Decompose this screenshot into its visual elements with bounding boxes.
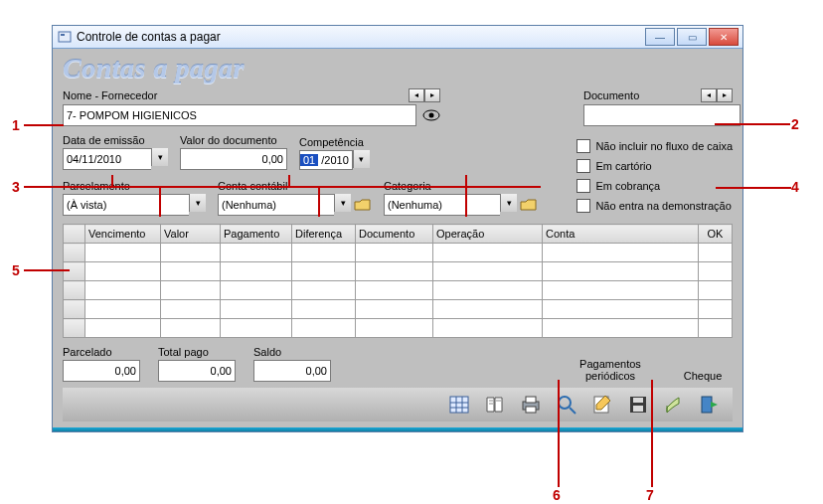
- cell[interactable]: [85, 281, 161, 300]
- prev-documento-button[interactable]: ◂: [701, 88, 717, 102]
- cell[interactable]: [85, 300, 161, 319]
- table-row[interactable]: [64, 281, 733, 300]
- conta-contabil-dropdown[interactable]: ▾: [334, 194, 351, 212]
- competencia-input[interactable]: 01 /2010: [299, 150, 353, 170]
- next-fornecedor-button[interactable]: ▸: [424, 88, 440, 102]
- conta-contabil-select[interactable]: [218, 194, 334, 216]
- cell[interactable]: [292, 319, 356, 338]
- toolbar-printer-icon[interactable]: [516, 391, 546, 419]
- annotation-1-line: [24, 124, 64, 126]
- cell[interactable]: [356, 244, 433, 262]
- cell[interactable]: [356, 319, 433, 338]
- cell-ok[interactable]: [699, 300, 733, 319]
- col-rownum[interactable]: [64, 225, 85, 244]
- categoria-dropdown[interactable]: ▾: [500, 194, 517, 212]
- cell[interactable]: [292, 244, 356, 262]
- valor-documento-input[interactable]: [180, 148, 287, 170]
- col-operacao[interactable]: Operação: [433, 225, 543, 244]
- parcelas-table[interactable]: Vencimento Valor Pagamento Diferença Doc…: [63, 224, 733, 338]
- col-valor[interactable]: Valor: [161, 225, 221, 244]
- categoria-folder-icon[interactable]: [520, 197, 538, 213]
- cell-ok[interactable]: [699, 281, 733, 300]
- title-bar[interactable]: Controle de contas a pagar — ▭ ✕: [53, 26, 742, 49]
- eye-icon[interactable]: [422, 108, 440, 122]
- minimize-button[interactable]: —: [645, 28, 675, 46]
- cell[interactable]: [221, 281, 292, 300]
- cell[interactable]: [161, 300, 221, 319]
- fornecedor-input[interactable]: [63, 104, 416, 126]
- toolbar-book-icon[interactable]: [480, 391, 510, 419]
- cell[interactable]: [543, 300, 699, 319]
- cell[interactable]: [161, 281, 221, 300]
- cell-ok[interactable]: [699, 262, 733, 281]
- cell[interactable]: [85, 244, 161, 262]
- next-documento-button[interactable]: ▸: [717, 88, 733, 102]
- toolbar-cheque-icon[interactable]: [659, 391, 689, 419]
- cell[interactable]: [356, 281, 433, 300]
- col-ok[interactable]: OK: [699, 225, 733, 244]
- toolbar-edit-icon[interactable]: [587, 391, 617, 419]
- toolbar-save-icon[interactable]: [623, 391, 653, 419]
- check-em-cobranca[interactable]: [576, 179, 590, 193]
- cell-ok[interactable]: [699, 319, 733, 338]
- row-handle[interactable]: [64, 281, 85, 300]
- maximize-button[interactable]: ▭: [677, 28, 707, 46]
- prev-fornecedor-button[interactable]: ◂: [409, 88, 424, 102]
- check-em-cartorio[interactable]: [576, 159, 590, 173]
- cell[interactable]: [85, 262, 161, 281]
- cell[interactable]: [543, 319, 699, 338]
- cell[interactable]: [85, 319, 161, 338]
- col-diferenca[interactable]: Diferença: [292, 225, 356, 244]
- conta-contabil-folder-icon[interactable]: [354, 197, 372, 213]
- cell[interactable]: [161, 319, 221, 338]
- toolbar-exit-icon[interactable]: [695, 391, 725, 419]
- competencia-dropdown[interactable]: ▾: [353, 150, 370, 168]
- cell[interactable]: [543, 262, 699, 281]
- table-row[interactable]: [64, 244, 733, 262]
- cell[interactable]: [433, 319, 543, 338]
- check-nao-fluxo[interactable]: [576, 139, 590, 153]
- parcelamento-select[interactable]: [63, 194, 189, 216]
- cell-ok[interactable]: [699, 244, 733, 262]
- col-vencimento[interactable]: Vencimento: [85, 225, 161, 244]
- cell[interactable]: [221, 319, 292, 338]
- cell[interactable]: [433, 281, 543, 300]
- cell[interactable]: [356, 300, 433, 319]
- row-handle[interactable]: [64, 244, 85, 262]
- annotation-6: 6: [553, 487, 561, 503]
- row-handle[interactable]: [64, 262, 85, 281]
- col-pagamento[interactable]: Pagamento: [221, 225, 292, 244]
- cell[interactable]: [292, 300, 356, 319]
- cell[interactable]: [161, 244, 221, 262]
- cell[interactable]: [543, 281, 699, 300]
- cell[interactable]: [221, 262, 292, 281]
- table-row[interactable]: [64, 262, 733, 281]
- row-handle[interactable]: [64, 300, 85, 319]
- cell[interactable]: [356, 262, 433, 281]
- cell[interactable]: [433, 300, 543, 319]
- cell[interactable]: [543, 244, 699, 262]
- cell[interactable]: [221, 244, 292, 262]
- parcelamento-dropdown[interactable]: ▾: [189, 194, 206, 212]
- toolbar-search-icon[interactable]: [552, 391, 581, 419]
- col-conta[interactable]: Conta: [543, 225, 699, 244]
- categoria-select[interactable]: [384, 194, 500, 216]
- competencia-ano[interactable]: /2010: [318, 154, 352, 166]
- cell[interactable]: [292, 262, 356, 281]
- table-row[interactable]: [64, 300, 733, 319]
- cell[interactable]: [292, 281, 356, 300]
- competencia-mes[interactable]: 01: [300, 154, 318, 166]
- cell[interactable]: [433, 262, 543, 281]
- data-emissao-dropdown[interactable]: ▾: [151, 148, 168, 166]
- close-button[interactable]: ✕: [709, 28, 739, 46]
- annotation-2: 2: [791, 116, 799, 132]
- data-emissao-input[interactable]: [63, 148, 151, 170]
- table-row[interactable]: [64, 319, 733, 338]
- cell[interactable]: [221, 300, 292, 319]
- cell[interactable]: [433, 244, 543, 262]
- col-documento[interactable]: Documento: [356, 225, 433, 244]
- cell[interactable]: [161, 262, 221, 281]
- row-handle[interactable]: [64, 319, 85, 338]
- check-nao-demonstracao[interactable]: [576, 199, 590, 213]
- toolbar-table-icon[interactable]: [444, 391, 474, 419]
